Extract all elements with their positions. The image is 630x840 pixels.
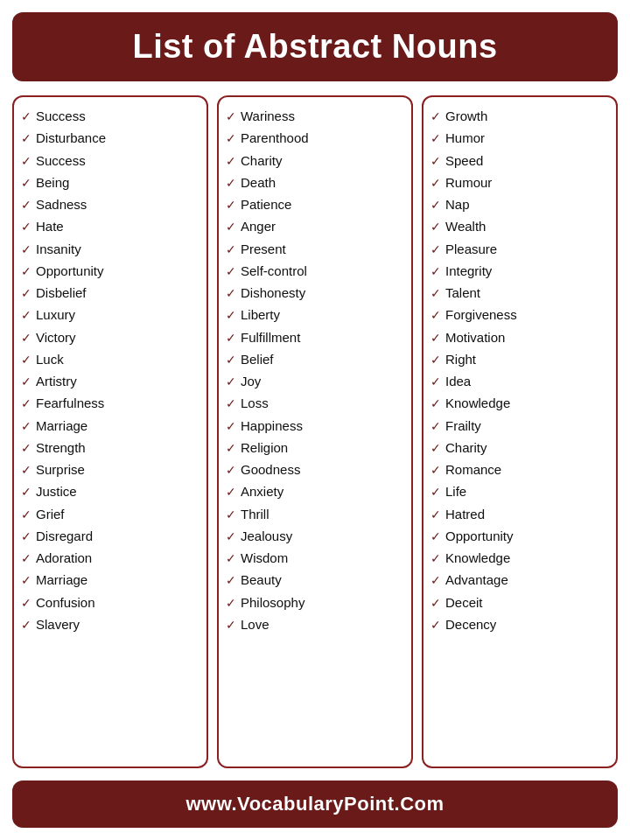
noun-label: Parenthood	[241, 130, 309, 147]
list-item: ✓Present	[226, 241, 402, 258]
noun-label: Love	[241, 616, 270, 634]
page-header: List of Abstract Nouns	[12, 12, 618, 81]
checkmark-icon: ✓	[21, 550, 32, 567]
noun-label: Deceit	[445, 594, 483, 612]
list-item: ✓Slavery	[21, 616, 198, 634]
checkmark-icon: ✓	[21, 595, 32, 612]
list-item: ✓Speed	[430, 152, 607, 170]
noun-label: Happiness	[241, 417, 303, 435]
list-item: ✓Success	[21, 152, 198, 170]
noun-label: Decency	[445, 616, 496, 634]
noun-label: Life	[445, 483, 466, 500]
noun-label: Anger	[241, 218, 276, 235]
checkmark-icon: ✓	[226, 242, 236, 258]
list-item: ✓Patience	[226, 196, 402, 214]
checkmark-icon: ✓	[21, 352, 32, 368]
noun-label: Hatred	[445, 506, 485, 523]
checkmark-icon: ✓	[226, 130, 236, 147]
columns-container: ✓Success✓Disturbance✓Success✓Being✓Sadne…	[0, 90, 630, 777]
noun-label: Pleasure	[445, 241, 497, 258]
checkmark-icon: ✓	[21, 507, 32, 523]
list-item: ✓Goodness	[226, 461, 402, 479]
list-item: ✓Parenthood	[226, 130, 402, 147]
checkmark-icon: ✓	[226, 462, 236, 479]
checkmark-icon: ✓	[226, 197, 236, 214]
noun-label: Justice	[36, 483, 77, 500]
noun-label: Insanity	[36, 241, 81, 258]
checkmark-icon: ✓	[226, 219, 236, 235]
checkmark-icon: ✓	[430, 175, 441, 192]
noun-label: Success	[36, 152, 86, 170]
list-item: ✓Strength	[21, 439, 198, 457]
list-item: ✓Beauty	[226, 571, 402, 589]
noun-label: Grief	[36, 506, 65, 523]
noun-label: Luck	[36, 351, 64, 368]
list-item: ✓Integrity	[430, 262, 607, 280]
checkmark-icon: ✓	[21, 572, 32, 589]
list-item: ✓Belief	[226, 351, 402, 368]
noun-label: Knowledge	[445, 550, 510, 567]
noun-label: Liberty	[241, 306, 280, 324]
page-footer: www.VocabularyPoint.Com	[12, 780, 618, 828]
checkmark-icon: ✓	[226, 285, 236, 302]
checkmark-icon: ✓	[226, 617, 236, 634]
noun-label: Confusion	[36, 594, 95, 612]
list-item: ✓Romance	[430, 461, 607, 479]
noun-label: Surprise	[36, 461, 85, 479]
noun-label: Thrill	[241, 506, 270, 523]
checkmark-icon: ✓	[430, 484, 441, 500]
checkmark-icon: ✓	[21, 285, 32, 302]
noun-label: Nap	[445, 196, 470, 214]
list-item: ✓Victory	[21, 329, 198, 346]
checkmark-icon: ✓	[21, 528, 32, 545]
noun-label: Fulfillment	[241, 329, 300, 346]
list-item: ✓Forgiveness	[430, 306, 607, 324]
checkmark-icon: ✓	[226, 484, 236, 500]
list-item: ✓Knowledge	[430, 395, 607, 412]
list-item: ✓Humor	[430, 130, 607, 147]
column-2: ✓Wariness✓Parenthood✓Charity✓Death✓Patie…	[217, 95, 413, 768]
noun-label: Integrity	[445, 262, 492, 280]
list-item: ✓Life	[430, 483, 607, 500]
list-item: ✓Advantage	[430, 571, 607, 589]
list-item: ✓Knowledge	[430, 550, 607, 567]
noun-label: Artistry	[36, 373, 77, 390]
noun-label: Being	[36, 174, 69, 192]
list-item: ✓Talent	[430, 284, 607, 302]
list-item: ✓Wisdom	[226, 550, 402, 567]
list-item: ✓Nap	[430, 196, 607, 214]
checkmark-icon: ✓	[21, 307, 32, 324]
list-item: ✓Death	[226, 174, 402, 192]
list-item: ✓Being	[21, 174, 198, 192]
noun-label: Victory	[36, 329, 76, 346]
noun-label: Jealousy	[241, 528, 292, 545]
noun-label: Disregard	[36, 528, 93, 545]
noun-label: Marriage	[36, 417, 88, 435]
list-item: ✓Justice	[21, 483, 198, 500]
list-item: ✓Disregard	[21, 528, 198, 545]
noun-label: Death	[241, 174, 276, 192]
checkmark-icon: ✓	[21, 263, 32, 280]
noun-label: Opportunity	[445, 528, 514, 545]
noun-label: Slavery	[36, 616, 80, 634]
checkmark-icon: ✓	[21, 219, 32, 235]
checkmark-icon: ✓	[430, 108, 441, 125]
noun-label: Hate	[36, 218, 64, 235]
list-item: ✓Deceit	[430, 594, 607, 612]
noun-label: Disbelief	[36, 284, 87, 302]
noun-label: Goodness	[241, 461, 300, 479]
list-item: ✓Right	[430, 351, 607, 368]
list-item: ✓Hate	[21, 218, 198, 235]
checkmark-icon: ✓	[226, 108, 236, 125]
noun-label: Strength	[36, 439, 86, 457]
checkmark-icon: ✓	[430, 263, 441, 280]
list-item: ✓Fearfulness	[21, 395, 198, 412]
list-item: ✓Disturbance	[21, 130, 198, 147]
checkmark-icon: ✓	[21, 462, 32, 479]
noun-label: Dishonesty	[241, 284, 305, 302]
list-item: ✓Artistry	[21, 373, 198, 390]
noun-label: Talent	[445, 284, 480, 302]
list-item: ✓Hatred	[430, 506, 607, 523]
list-item: ✓Adoration	[21, 550, 198, 567]
checkmark-icon: ✓	[226, 307, 236, 324]
